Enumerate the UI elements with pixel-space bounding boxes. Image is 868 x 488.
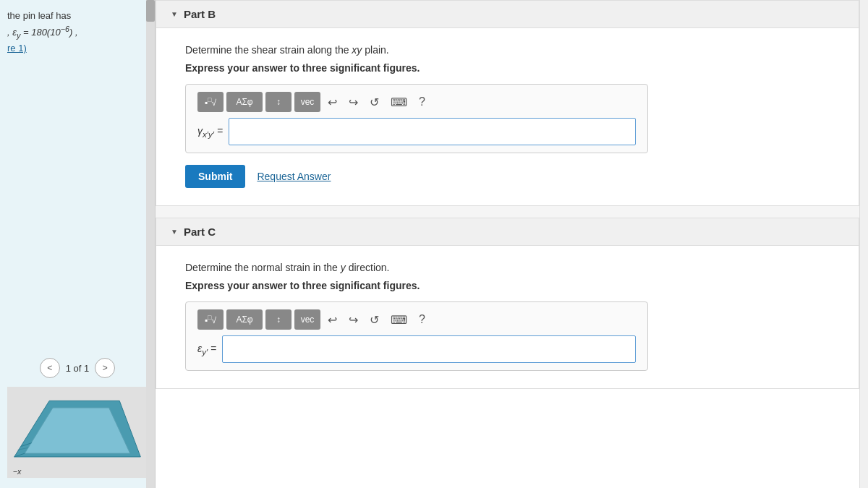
- vec-icon: vec: [301, 97, 315, 107]
- part-gap: [156, 206, 859, 218]
- help-icon: ?: [419, 95, 425, 108]
- part-c-toolbar: ▪□√ ΑΣφ ↕ vec ↩ ↪: [197, 309, 636, 330]
- part-c-undo-button[interactable]: ↩: [323, 312, 341, 328]
- pagination-current: 1 of 1: [66, 363, 90, 374]
- part-c-collapse-icon: ▼: [171, 228, 178, 236]
- part-c-help-button[interactable]: ?: [414, 312, 430, 328]
- fraction-sqrt-icon: ▪□√: [205, 96, 216, 108]
- part-c-redo-button[interactable]: ↪: [344, 312, 362, 328]
- part-b-keyboard-button[interactable]: ⌨: [386, 94, 412, 111]
- part-b-body: Determine the shear strain along the xy …: [156, 28, 859, 205]
- part-b-title: Part B: [184, 8, 216, 20]
- part-c-question: Determine the normal strain in the y dir…: [185, 260, 830, 275]
- svg-text:−x: −x: [13, 467, 22, 476]
- undo-icon-c: ↩: [328, 313, 337, 327]
- refresh-icon: ↺: [370, 95, 379, 109]
- part-c-input-label: εy′ =: [197, 343, 216, 356]
- part-c-fraction-sqrt-button[interactable]: ▪□√: [197, 309, 224, 330]
- part-b-instruction: Express your answer to three significant…: [185, 62, 830, 74]
- sidebar-context-text: the pin leaf has , εy = 180(10−6) , re 1…: [7, 9, 148, 55]
- part-b-redo-button[interactable]: ↪: [344, 94, 362, 111]
- help-icon-c: ?: [419, 313, 425, 326]
- part-b-toolbar: ▪□√ ΑΣφ ↕ vec: [197, 92, 636, 112]
- sidebar-reference-link[interactable]: re 1): [7, 43, 27, 53]
- part-c-answer-input[interactable]: [222, 335, 636, 363]
- symbol-icon-c: ΑΣφ: [236, 314, 252, 325]
- prev-arrow-icon: <: [47, 363, 52, 373]
- sidebar: the pin leaf has , εy = 180(10−6) , re 1…: [0, 0, 156, 488]
- part-c-arrows-button[interactable]: ↕: [265, 309, 292, 330]
- part-b-header[interactable]: ▼ Part B: [156, 1, 859, 28]
- main-content: ▼ Part B Determine the shear strain alon…: [156, 0, 859, 488]
- part-b-input-label: γx′y′ =: [197, 125, 223, 139]
- part-b-symbol-button[interactable]: ΑΣφ: [226, 92, 263, 112]
- part-b-help-button[interactable]: ?: [414, 94, 430, 110]
- next-arrow-icon: >: [103, 363, 108, 373]
- part-c-input-row: εy′ =: [197, 335, 636, 363]
- part-c-vec-button[interactable]: vec: [294, 309, 320, 330]
- part-c-section: ▼ Part C Determine the normal strain in …: [156, 218, 859, 389]
- part-c-keyboard-button[interactable]: ⌨: [386, 312, 412, 328]
- part-c-refresh-button[interactable]: ↺: [365, 312, 383, 328]
- part-b-section: ▼ Part B Determine the shear strain alon…: [156, 0, 859, 206]
- part-b-question: Determine the shear strain along the xy …: [185, 43, 830, 58]
- vec-icon-c: vec: [301, 314, 315, 325]
- part-b-action-row: Submit Request Answer: [185, 165, 830, 188]
- part-b-undo-button[interactable]: ↩: [323, 94, 341, 111]
- pagination-controls: < 1 of 1 >: [7, 349, 148, 378]
- sidebar-math-expr: , εy = 180(10−6) ,: [7, 27, 78, 38]
- part-b-vec-button[interactable]: vec: [294, 92, 320, 112]
- part-b-refresh-button[interactable]: ↺: [365, 94, 383, 111]
- part-c-instruction: Express your answer to three significant…: [185, 280, 830, 291]
- part-b-submit-button[interactable]: Submit: [185, 165, 245, 188]
- keyboard-icon: ⌨: [391, 95, 407, 109]
- part-c-answer-box: ▪□√ ΑΣφ ↕ vec ↩ ↪: [185, 301, 648, 371]
- part-c-symbol-button[interactable]: ΑΣφ: [226, 309, 263, 330]
- part-b-arrows-button[interactable]: ↕: [265, 92, 292, 112]
- part-c-header[interactable]: ▼ Part C: [156, 218, 859, 246]
- part-c-title: Part C: [184, 226, 216, 238]
- part-b-answer-box: ▪□√ ΑΣφ ↕ vec: [185, 84, 648, 153]
- part-b-collapse-icon: ▼: [171, 10, 178, 18]
- scrollbar-thumb[interactable]: [146, 0, 155, 22]
- part-b-input-row: γx′y′ =: [197, 118, 636, 145]
- pagination-prev-button[interactable]: <: [40, 358, 60, 378]
- part-b-answer-input[interactable]: [229, 118, 636, 145]
- undo-icon: ↩: [328, 95, 337, 109]
- sidebar-scrollbar[interactable]: [146, 0, 155, 488]
- redo-icon-c: ↪: [349, 313, 358, 327]
- arrows-icon: ↕: [276, 97, 281, 107]
- refresh-icon-c: ↺: [370, 313, 379, 327]
- part-c-body: Determine the normal strain in the y dir…: [156, 246, 859, 388]
- symbol-icon: ΑΣφ: [236, 97, 252, 107]
- sidebar-line1: the pin leaf has: [7, 10, 71, 21]
- redo-icon: ↪: [349, 95, 358, 109]
- part-b-request-answer-button[interactable]: Request Answer: [257, 171, 331, 182]
- main-scrollbar[interactable]: [859, 0, 868, 488]
- part-b-fraction-sqrt-button[interactable]: ▪□√: [197, 92, 224, 112]
- pagination-next-button[interactable]: >: [95, 358, 115, 378]
- sidebar-diagram: −x: [7, 385, 148, 479]
- fraction-sqrt-icon-c: ▪□√: [205, 314, 216, 325]
- arrows-icon-c: ↕: [276, 314, 281, 325]
- keyboard-icon-c: ⌨: [391, 313, 407, 327]
